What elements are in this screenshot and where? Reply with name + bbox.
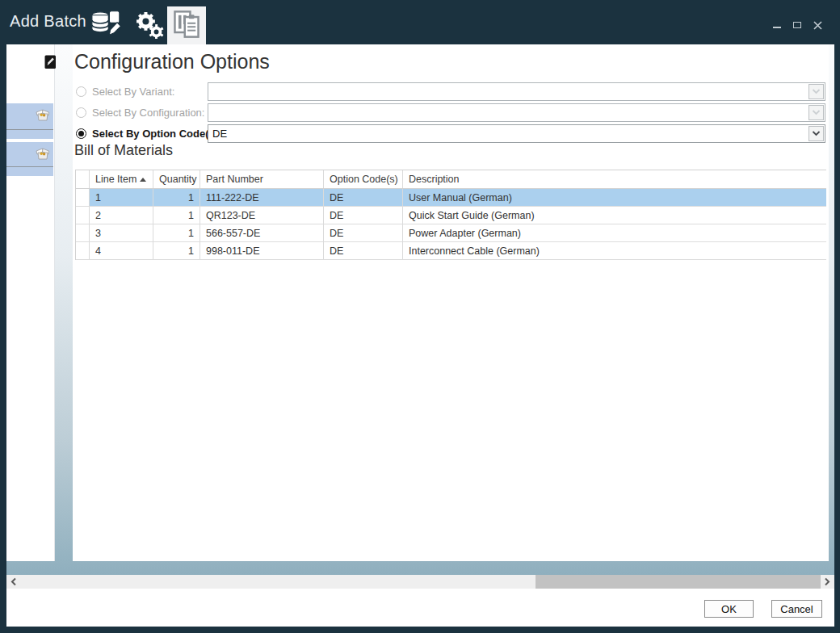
column-header-part-number[interactable]: Part Number bbox=[200, 170, 324, 188]
package-box-icon bbox=[36, 107, 50, 125]
cell-option-codes: DE bbox=[324, 189, 403, 206]
row-header-corner bbox=[76, 170, 90, 188]
list-item[interactable] bbox=[6, 103, 53, 139]
cell-line-item: 3 bbox=[90, 224, 153, 241]
chevron-down-icon bbox=[812, 89, 821, 94]
bom-grid: Line Item Quantity Part Number Option Co… bbox=[75, 170, 826, 260]
column-header-label: Part Number bbox=[206, 174, 263, 185]
toolbar-button-copy-documents-selected[interactable] bbox=[167, 6, 206, 44]
scroll-right-icon bbox=[824, 577, 830, 586]
radio-label: Select By Variant: bbox=[92, 86, 174, 98]
toolbar-button-settings[interactable] bbox=[128, 8, 166, 42]
cell-description: Power Adapter (German) bbox=[403, 224, 826, 241]
maximize-button[interactable] bbox=[792, 20, 802, 30]
scroll-right-button[interactable] bbox=[820, 575, 834, 589]
combobox-dropdown-button[interactable] bbox=[808, 126, 824, 141]
sort-ascending-icon bbox=[140, 178, 146, 182]
cell-description: Interconnect Cable (German) bbox=[403, 242, 826, 259]
radio-label: Select By Configuration: bbox=[92, 107, 204, 119]
cell-option-codes: DE bbox=[324, 242, 403, 259]
radio-button-configuration bbox=[76, 107, 86, 118]
column-header-label: Quantity bbox=[159, 174, 197, 185]
column-header-label: Line Item bbox=[95, 174, 136, 185]
minimize-icon bbox=[773, 27, 781, 28]
window: Add Batch bbox=[0, 0, 840, 633]
configuration-panel: Configuration Options Select By Variant:… bbox=[73, 44, 829, 561]
sidebar-panel bbox=[6, 44, 55, 561]
divider bbox=[6, 129, 53, 130]
radio-label[interactable]: Select By Option Code(s): bbox=[92, 128, 221, 140]
close-button[interactable] bbox=[813, 20, 822, 30]
cell-quantity: 1 bbox=[153, 224, 200, 241]
cell-option-codes: DE bbox=[324, 207, 403, 224]
cancel-button[interactable]: Cancel bbox=[771, 600, 822, 618]
ok-button[interactable]: OK bbox=[704, 600, 754, 618]
combobox-value bbox=[208, 104, 808, 121]
page-title: Configuration Options bbox=[74, 50, 270, 73]
table-row[interactable]: 3 1 566-557-DE DE Power Adapter (German) bbox=[76, 224, 826, 242]
cell-quantity: 1 bbox=[153, 242, 200, 259]
cell-part-number: 566-557-DE bbox=[200, 224, 324, 241]
table-row[interactable]: 4 1 998-011-DE DE Interconnect Cable (Ge… bbox=[76, 242, 826, 260]
radio-button-option-codes[interactable] bbox=[76, 128, 86, 139]
configuration-combobox bbox=[208, 103, 825, 122]
list-item[interactable] bbox=[6, 142, 53, 176]
cell-description: Quick Start Guide (German) bbox=[403, 207, 826, 224]
cell-quantity: 1 bbox=[153, 207, 200, 224]
column-header-label: Description bbox=[409, 174, 460, 185]
chevron-down-icon bbox=[812, 131, 821, 136]
titlebar[interactable]: Add Batch bbox=[0, 0, 840, 44]
radio-row-select-by-variant: Select By Variant: bbox=[76, 84, 174, 99]
column-header-line-item[interactable]: Line Item bbox=[90, 170, 153, 188]
divider bbox=[6, 166, 53, 167]
cell-part-number: 111-222-DE bbox=[200, 189, 324, 206]
column-header-description[interactable]: Description bbox=[403, 170, 826, 188]
combobox-dropdown-button bbox=[808, 105, 824, 120]
cell-line-item: 4 bbox=[90, 242, 153, 259]
option-codes-combobox[interactable]: DE bbox=[208, 124, 825, 143]
scrollbar-thumb[interactable] bbox=[536, 575, 821, 589]
table-row[interactable]: 2 1 QR123-DE DE Quick Start Guide (Germa… bbox=[76, 207, 826, 224]
cell-description: User Manual (German) bbox=[403, 189, 826, 206]
combobox-dropdown-button bbox=[808, 84, 824, 99]
maximize-icon bbox=[793, 22, 801, 28]
section-title-bill-of-materials: Bill of Materials bbox=[74, 142, 173, 159]
combobox-value: DE bbox=[208, 125, 808, 142]
copy-documents-icon bbox=[171, 9, 202, 43]
close-icon bbox=[813, 21, 822, 30]
package-box-icon bbox=[36, 146, 50, 164]
scroll-left-icon bbox=[10, 577, 17, 586]
horizontal-scrollbar[interactable] bbox=[6, 575, 834, 589]
chevron-down-icon bbox=[812, 110, 821, 115]
cell-part-number: 998-011-DE bbox=[200, 242, 324, 259]
row-header-cell[interactable] bbox=[76, 207, 90, 224]
radio-row-select-by-configuration: Select By Configuration: bbox=[76, 105, 204, 119]
cell-line-item: 2 bbox=[90, 207, 153, 224]
column-header-option-codes[interactable]: Option Code(s) bbox=[324, 170, 403, 188]
cell-part-number: QR123-DE bbox=[200, 207, 324, 224]
column-header-quantity[interactable]: Quantity bbox=[153, 170, 200, 188]
cell-line-item: 1 bbox=[90, 189, 153, 206]
cell-option-codes: DE bbox=[324, 224, 403, 241]
radio-button-variant bbox=[76, 86, 86, 97]
row-header-cell[interactable] bbox=[76, 242, 90, 259]
column-header-label: Option Code(s) bbox=[330, 174, 398, 185]
toolbar-button-database-edit[interactable] bbox=[86, 8, 128, 42]
bom-header-row: Line Item Quantity Part Number Option Co… bbox=[76, 170, 826, 189]
minimize-button[interactable] bbox=[772, 20, 782, 30]
window-controls bbox=[772, 20, 822, 30]
footer-bar: OK Cancel bbox=[6, 589, 834, 627]
combobox-value bbox=[208, 83, 808, 100]
gears-icon bbox=[130, 9, 164, 42]
table-row[interactable]: 1 1 111-222-DE DE User Manual (German) bbox=[76, 189, 826, 207]
row-header-cell[interactable] bbox=[76, 224, 90, 241]
edit-note-icon bbox=[44, 55, 57, 73]
window-title: Add Batch bbox=[10, 12, 86, 31]
radio-row-select-by-option-codes[interactable]: Select By Option Code(s): bbox=[76, 126, 221, 140]
row-header-cell[interactable] bbox=[76, 189, 90, 206]
database-edit-icon bbox=[88, 10, 125, 40]
variant-combobox bbox=[208, 82, 825, 101]
scroll-left-button[interactable] bbox=[6, 575, 21, 589]
cell-quantity: 1 bbox=[153, 189, 200, 206]
